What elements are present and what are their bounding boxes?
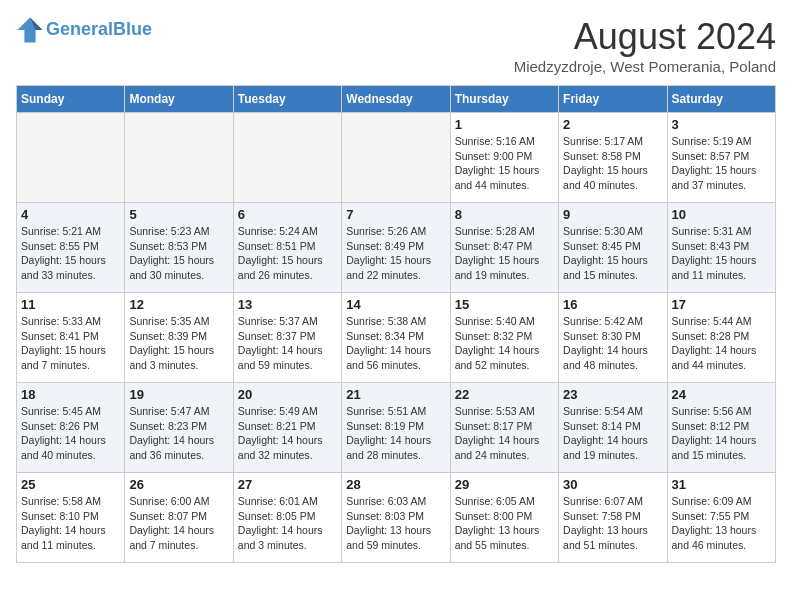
calendar-cell: 6Sunrise: 5:24 AM Sunset: 8:51 PM Daylig… [233,203,341,293]
calendar-cell: 20Sunrise: 5:49 AM Sunset: 8:21 PM Dayli… [233,383,341,473]
day-number: 12 [129,297,228,312]
day-info: Sunrise: 5:28 AM Sunset: 8:47 PM Dayligh… [455,224,554,283]
day-info: Sunrise: 5:49 AM Sunset: 8:21 PM Dayligh… [238,404,337,463]
day-number: 8 [455,207,554,222]
day-number: 21 [346,387,445,402]
day-info: Sunrise: 5:51 AM Sunset: 8:19 PM Dayligh… [346,404,445,463]
calendar-cell: 7Sunrise: 5:26 AM Sunset: 8:49 PM Daylig… [342,203,450,293]
calendar-week-row: 1Sunrise: 5:16 AM Sunset: 9:00 PM Daylig… [17,113,776,203]
calendar-cell: 31Sunrise: 6:09 AM Sunset: 7:55 PM Dayli… [667,473,775,563]
calendar-cell: 19Sunrise: 5:47 AM Sunset: 8:23 PM Dayli… [125,383,233,473]
day-info: Sunrise: 5:33 AM Sunset: 8:41 PM Dayligh… [21,314,120,373]
calendar-cell: 8Sunrise: 5:28 AM Sunset: 8:47 PM Daylig… [450,203,558,293]
calendar-cell: 29Sunrise: 6:05 AM Sunset: 8:00 PM Dayli… [450,473,558,563]
calendar-cell: 14Sunrise: 5:38 AM Sunset: 8:34 PM Dayli… [342,293,450,383]
page-header: GeneralBlue August 2024 Miedzyzdroje, We… [16,16,776,75]
day-info: Sunrise: 5:23 AM Sunset: 8:53 PM Dayligh… [129,224,228,283]
calendar-cell: 21Sunrise: 5:51 AM Sunset: 8:19 PM Dayli… [342,383,450,473]
day-number: 9 [563,207,662,222]
calendar-cell: 25Sunrise: 5:58 AM Sunset: 8:10 PM Dayli… [17,473,125,563]
calendar-cell: 3Sunrise: 5:19 AM Sunset: 8:57 PM Daylig… [667,113,775,203]
calendar-cell: 15Sunrise: 5:40 AM Sunset: 8:32 PM Dayli… [450,293,558,383]
logo-text: GeneralBlue [46,20,152,40]
calendar-cell: 9Sunrise: 5:30 AM Sunset: 8:45 PM Daylig… [559,203,667,293]
day-info: Sunrise: 5:19 AM Sunset: 8:57 PM Dayligh… [672,134,771,193]
weekday-header: Wednesday [342,86,450,113]
day-number: 26 [129,477,228,492]
day-number: 15 [455,297,554,312]
day-number: 17 [672,297,771,312]
day-info: Sunrise: 5:53 AM Sunset: 8:17 PM Dayligh… [455,404,554,463]
day-number: 28 [346,477,445,492]
day-number: 10 [672,207,771,222]
day-info: Sunrise: 6:03 AM Sunset: 8:03 PM Dayligh… [346,494,445,553]
day-info: Sunrise: 6:01 AM Sunset: 8:05 PM Dayligh… [238,494,337,553]
calendar-cell: 26Sunrise: 6:00 AM Sunset: 8:07 PM Dayli… [125,473,233,563]
logo: GeneralBlue [16,16,152,44]
calendar-week-row: 25Sunrise: 5:58 AM Sunset: 8:10 PM Dayli… [17,473,776,563]
calendar-week-row: 4Sunrise: 5:21 AM Sunset: 8:55 PM Daylig… [17,203,776,293]
day-info: Sunrise: 5:54 AM Sunset: 8:14 PM Dayligh… [563,404,662,463]
day-number: 11 [21,297,120,312]
day-info: Sunrise: 5:44 AM Sunset: 8:28 PM Dayligh… [672,314,771,373]
weekday-header: Sunday [17,86,125,113]
title-block: August 2024 Miedzyzdroje, West Pomerania… [514,16,776,75]
day-info: Sunrise: 6:00 AM Sunset: 8:07 PM Dayligh… [129,494,228,553]
calendar-cell [342,113,450,203]
logo-line1: General [46,19,113,39]
day-number: 25 [21,477,120,492]
day-info: Sunrise: 6:07 AM Sunset: 7:58 PM Dayligh… [563,494,662,553]
day-number: 22 [455,387,554,402]
weekday-header: Friday [559,86,667,113]
calendar-cell: 12Sunrise: 5:35 AM Sunset: 8:39 PM Dayli… [125,293,233,383]
calendar-cell: 2Sunrise: 5:17 AM Sunset: 8:58 PM Daylig… [559,113,667,203]
day-number: 7 [346,207,445,222]
calendar-table: SundayMondayTuesdayWednesdayThursdayFrid… [16,85,776,563]
day-info: Sunrise: 5:42 AM Sunset: 8:30 PM Dayligh… [563,314,662,373]
weekday-header: Thursday [450,86,558,113]
day-info: Sunrise: 5:24 AM Sunset: 8:51 PM Dayligh… [238,224,337,283]
day-info: Sunrise: 5:26 AM Sunset: 8:49 PM Dayligh… [346,224,445,283]
day-number: 24 [672,387,771,402]
day-info: Sunrise: 5:21 AM Sunset: 8:55 PM Dayligh… [21,224,120,283]
day-number: 16 [563,297,662,312]
day-info: Sunrise: 5:58 AM Sunset: 8:10 PM Dayligh… [21,494,120,553]
calendar-cell: 16Sunrise: 5:42 AM Sunset: 8:30 PM Dayli… [559,293,667,383]
day-number: 14 [346,297,445,312]
calendar-cell: 11Sunrise: 5:33 AM Sunset: 8:41 PM Dayli… [17,293,125,383]
calendar-week-row: 11Sunrise: 5:33 AM Sunset: 8:41 PM Dayli… [17,293,776,383]
weekday-header: Monday [125,86,233,113]
day-number: 5 [129,207,228,222]
calendar-cell [17,113,125,203]
day-number: 3 [672,117,771,132]
day-number: 4 [21,207,120,222]
day-number: 20 [238,387,337,402]
day-number: 30 [563,477,662,492]
calendar-cell: 28Sunrise: 6:03 AM Sunset: 8:03 PM Dayli… [342,473,450,563]
calendar-cell [125,113,233,203]
weekday-header: Saturday [667,86,775,113]
day-number: 1 [455,117,554,132]
calendar-cell: 24Sunrise: 5:56 AM Sunset: 8:12 PM Dayli… [667,383,775,473]
day-info: Sunrise: 5:35 AM Sunset: 8:39 PM Dayligh… [129,314,228,373]
day-info: Sunrise: 5:31 AM Sunset: 8:43 PM Dayligh… [672,224,771,283]
day-number: 2 [563,117,662,132]
calendar-cell: 22Sunrise: 5:53 AM Sunset: 8:17 PM Dayli… [450,383,558,473]
day-number: 23 [563,387,662,402]
day-number: 27 [238,477,337,492]
month-title: August 2024 [514,16,776,58]
calendar-cell: 27Sunrise: 6:01 AM Sunset: 8:05 PM Dayli… [233,473,341,563]
day-info: Sunrise: 5:16 AM Sunset: 9:00 PM Dayligh… [455,134,554,193]
day-info: Sunrise: 5:40 AM Sunset: 8:32 PM Dayligh… [455,314,554,373]
weekday-header-row: SundayMondayTuesdayWednesdayThursdayFrid… [17,86,776,113]
day-info: Sunrise: 5:47 AM Sunset: 8:23 PM Dayligh… [129,404,228,463]
day-info: Sunrise: 5:45 AM Sunset: 8:26 PM Dayligh… [21,404,120,463]
calendar-cell: 1Sunrise: 5:16 AM Sunset: 9:00 PM Daylig… [450,113,558,203]
day-info: Sunrise: 5:56 AM Sunset: 8:12 PM Dayligh… [672,404,771,463]
calendar-week-row: 18Sunrise: 5:45 AM Sunset: 8:26 PM Dayli… [17,383,776,473]
day-info: Sunrise: 5:17 AM Sunset: 8:58 PM Dayligh… [563,134,662,193]
calendar-cell: 4Sunrise: 5:21 AM Sunset: 8:55 PM Daylig… [17,203,125,293]
location-subtitle: Miedzyzdroje, West Pomerania, Poland [514,58,776,75]
day-number: 29 [455,477,554,492]
day-info: Sunrise: 5:30 AM Sunset: 8:45 PM Dayligh… [563,224,662,283]
